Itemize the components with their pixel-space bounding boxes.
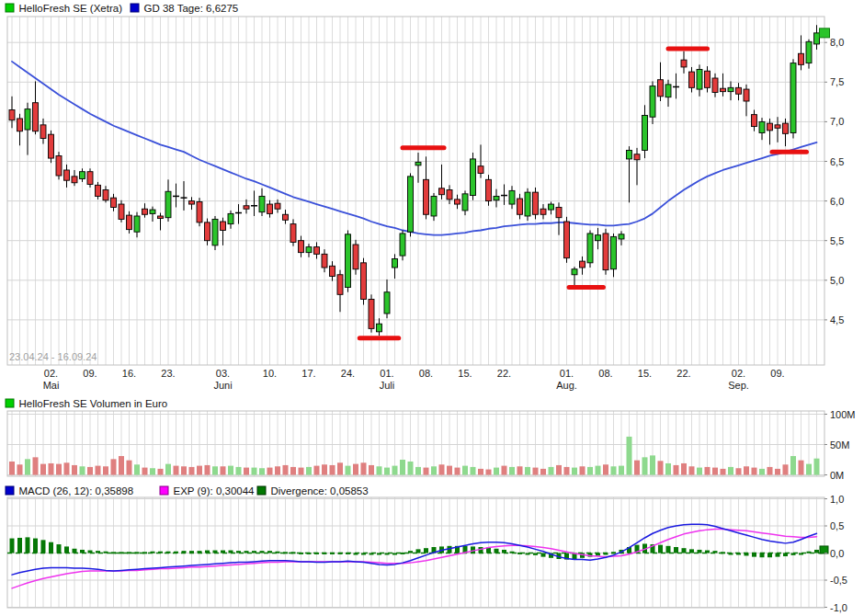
volume-bar-down (56, 464, 62, 475)
y-axis-label: 6,5 (830, 156, 844, 167)
volume-bar-down (87, 467, 93, 475)
divergence-bar (205, 551, 210, 553)
candle-down (689, 72, 695, 87)
candle-down (33, 103, 39, 131)
divergence-bar (158, 552, 163, 553)
divergence-bar (127, 552, 131, 553)
volume-bar-up (642, 457, 648, 474)
volume-bar-down (533, 468, 539, 475)
candle-down (330, 266, 335, 276)
candle-up (165, 191, 171, 217)
divergence-bar (198, 551, 202, 553)
volume-bar-up (549, 467, 554, 475)
divergence-bar (361, 553, 366, 555)
volume-bar-up (306, 467, 312, 475)
y-axis-label: 5,0 (830, 275, 844, 286)
x-axis-day-label: 23. (161, 368, 175, 379)
volume-bar-up (228, 466, 233, 475)
volume-bar-up (259, 468, 265, 474)
candle-down (322, 254, 327, 268)
volume-bar-down (603, 464, 608, 474)
candle-up (587, 234, 593, 263)
exp-label: EXP (9): 0,30044 (174, 485, 256, 496)
divergence-bar (791, 553, 796, 555)
divergence-bar (736, 553, 741, 555)
volume-bar-down (111, 459, 117, 474)
candle-down (744, 89, 749, 101)
y-axis-label: 1,0 (830, 494, 844, 505)
candle-down (721, 88, 726, 91)
candle-up (134, 216, 140, 232)
volume-bar-down (783, 464, 789, 474)
divergence-bar (666, 546, 671, 553)
volume-bar-down (72, 465, 77, 475)
candle-down (712, 78, 718, 93)
candle-down (517, 199, 523, 214)
divergence-bar (142, 552, 147, 553)
volume-bar-up (415, 467, 421, 475)
candle-down (736, 87, 742, 94)
candle-down (478, 166, 483, 174)
volume-bar-down (478, 469, 483, 475)
x-axis-day-label: 08. (419, 368, 433, 379)
x-axis-day-label: 15. (458, 368, 472, 379)
divergence-bar (752, 553, 756, 557)
candle-down (197, 201, 202, 222)
volume-bar-down (486, 470, 492, 475)
divergence-bar (182, 551, 187, 553)
candle-down (775, 125, 780, 128)
divergence-bar (682, 548, 687, 553)
candle-up (408, 177, 414, 232)
divergence-bar (767, 553, 772, 558)
volume-bar-down (17, 464, 23, 474)
y-axis-label: -0,5 (830, 575, 847, 586)
candle-down (564, 222, 570, 258)
panel-border (7, 17, 824, 365)
volume-bar-up (697, 468, 702, 475)
divergence-bar (244, 551, 249, 553)
x-axis-day-label: 08. (598, 368, 612, 379)
volume-bar-up (619, 466, 624, 475)
candle-down (49, 134, 54, 158)
divergence-bar (517, 553, 522, 554)
volume-bar-down (447, 466, 452, 475)
x-axis-day-label: 01. (560, 368, 574, 379)
macd-swatch (6, 486, 14, 495)
divergence-bar (307, 553, 312, 554)
candle-up (509, 190, 515, 204)
divergence-bar (658, 545, 663, 553)
x-axis-day-label: 10. (263, 368, 277, 379)
volume-bar-up (806, 464, 812, 475)
candle-down (87, 172, 93, 185)
volume-bar-down (736, 468, 742, 474)
volume-bar-up (392, 466, 398, 475)
divergence-bar (229, 551, 233, 553)
volume-bar-down (674, 465, 679, 475)
candle-down (119, 204, 124, 219)
candle-up (549, 204, 554, 210)
candle-down (369, 299, 374, 328)
divergence-bar (604, 553, 608, 555)
price-series-swatch (6, 4, 14, 12)
volume-legend: HelloFresh SE Volumen in Euro (6, 398, 167, 409)
volume-bar-down (290, 467, 296, 475)
date-range-label: 23.04.24 - 16.09.24 (9, 351, 97, 362)
divergence-bar (416, 549, 421, 553)
volume-bar-down (221, 466, 226, 474)
divergence-swatch (257, 486, 266, 495)
volume-bar-down (455, 468, 460, 475)
candle-down (337, 275, 343, 295)
price-panel: 8,07,57,06,56,05,55,04,5 (7, 17, 844, 365)
candle-up (471, 159, 476, 196)
divergence-bar (135, 552, 140, 553)
divergence-bar (283, 552, 288, 553)
gd38-label: GD 38 Tage: 6,6275 (144, 3, 239, 14)
volume-bar-down (767, 467, 773, 475)
volume-bar-down (40, 464, 46, 475)
volume-bar-down (49, 463, 54, 475)
divergence-bar (252, 551, 256, 553)
divergence-bar (502, 550, 506, 553)
candle-down (705, 71, 711, 87)
volume-bar-down (424, 468, 429, 475)
candle-down (681, 60, 687, 67)
